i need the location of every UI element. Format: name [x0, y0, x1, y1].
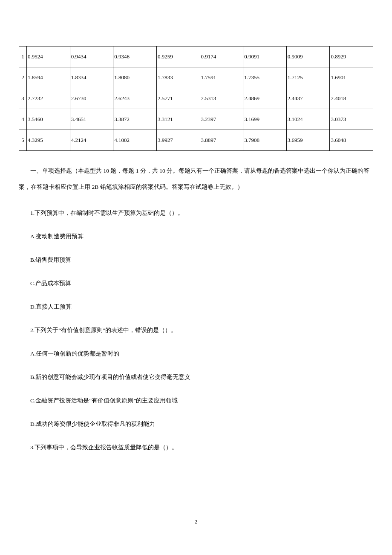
- table-row: 32.72322.67302.62432.57712.53132.48692.4…: [19, 88, 373, 109]
- table-cell: 1.7125: [286, 67, 330, 88]
- table-cell: 1.6901: [330, 67, 373, 88]
- table-cell: 3.3121: [156, 109, 200, 130]
- row-index: 2: [19, 67, 27, 88]
- row-index: 4: [19, 109, 27, 130]
- table-cell: 0.9346: [113, 46, 157, 67]
- question-option: D.直接人工预算: [19, 301, 373, 312]
- table-cell: 2.4018: [330, 88, 373, 109]
- row-index: 1: [19, 46, 27, 67]
- table-cell: 1.8080: [113, 67, 157, 88]
- table-cell: 0.9009: [286, 46, 330, 67]
- row-index: 3: [19, 88, 27, 109]
- table-cell: 3.5460: [27, 109, 70, 130]
- table-row: 54.32954.21244.10023.99273.88973.79083.6…: [19, 130, 373, 151]
- table-cell: 2.4437: [286, 88, 330, 109]
- table-cell: 3.2397: [200, 109, 243, 130]
- row-index: 5: [19, 130, 27, 151]
- table-cell: 2.5313: [200, 88, 243, 109]
- question-option: A.变动制造费用预算: [19, 231, 373, 242]
- page-number: 2: [0, 518, 392, 525]
- table-cell: 2.7232: [27, 88, 70, 109]
- table-cell: 1.7591: [200, 67, 243, 88]
- table-cell: 0.9259: [156, 46, 200, 67]
- table-cell: 3.9927: [156, 130, 200, 151]
- table-cell: 2.6243: [113, 88, 157, 109]
- question-stem: 1.下列预算中，在编制时不需以生产预算为基础的是（）。: [19, 207, 373, 219]
- data-table: 10.95240.94340.93460.92590.91740.90910.9…: [19, 46, 373, 151]
- question-option: A.任何一项创新的优势都是暂时的: [19, 348, 373, 359]
- section-intro: 一、单项选择题（本题型共 10 题，每题 1 分，共 10 分。每题只有一个正确…: [19, 163, 373, 195]
- table-cell: 4.3295: [27, 130, 70, 151]
- table-cell: 2.5771: [156, 88, 200, 109]
- table-cell: 4.1002: [113, 130, 157, 151]
- table-cell: 2.6730: [70, 88, 113, 109]
- table-cell: 3.8897: [200, 130, 243, 151]
- table-cell: 1.8594: [27, 67, 70, 88]
- question-option: D.成功的筹资很少能使企业取得非凡的获利能力: [19, 418, 373, 430]
- table-cell: 3.6959: [286, 130, 330, 151]
- table-cell: 3.6048: [330, 130, 373, 151]
- table-cell: 0.9434: [70, 46, 113, 67]
- table-cell: 0.8929: [330, 46, 373, 67]
- question-stem: 3.下列事项中，会导致企业报告收益质量降低的是（）。: [19, 442, 373, 453]
- question-option: B.新的创意可能会减少现有项目的价值或者使它变得毫无意义: [19, 371, 373, 383]
- question-option: C.产品成本预算: [19, 278, 373, 289]
- question-stem: 2.下列关于“有价值创意原则”的表述中，错误的是（）。: [19, 324, 373, 336]
- table-cell: 3.4651: [70, 109, 113, 130]
- table-cell: 1.7355: [243, 67, 287, 88]
- table-cell: 1.7833: [156, 67, 200, 88]
- table-cell: 3.1024: [286, 109, 330, 130]
- table-cell: 3.7908: [243, 130, 287, 151]
- table-row: 10.95240.94340.93460.92590.91740.90910.9…: [19, 46, 373, 67]
- table-row: 43.54603.46513.38723.31213.23973.16993.1…: [19, 109, 373, 130]
- table-cell: 3.1699: [243, 109, 287, 130]
- table-row: 21.85941.83341.80801.78331.75911.73551.7…: [19, 67, 373, 88]
- table-cell: 0.9091: [243, 46, 287, 67]
- table-cell: 3.0373: [330, 109, 373, 130]
- table-cell: 0.9524: [27, 46, 70, 67]
- question-option: B.销售费用预算: [19, 254, 373, 266]
- table-cell: 3.3872: [113, 109, 157, 130]
- table-cell: 1.8334: [70, 67, 113, 88]
- table-cell: 4.2124: [70, 130, 113, 151]
- table-cell: 2.4869: [243, 88, 287, 109]
- table-cell: 0.9174: [200, 46, 243, 67]
- question-option: C.金融资产投资活动是“有价值创意原则”的主要应用领域: [19, 395, 373, 406]
